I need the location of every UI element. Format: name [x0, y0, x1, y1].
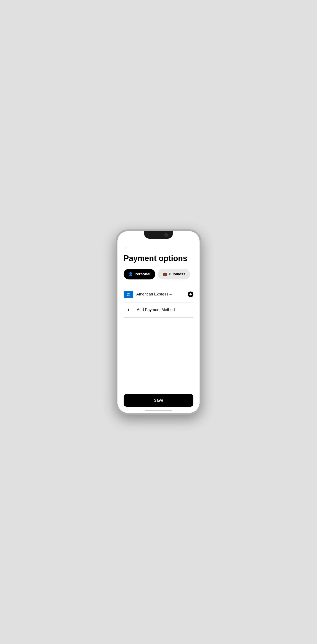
content-area: ← Payment options 👤 Personal 💼 Business … [117, 242, 200, 391]
tab-business-label: Business [169, 272, 185, 276]
amex-partial: – [169, 292, 172, 296]
add-payment-button[interactable]: + Add Payment Method [124, 302, 193, 318]
tab-personal-label: Personal [135, 272, 150, 276]
bottom-bar: Save [117, 391, 200, 413]
add-icon: + [124, 307, 133, 313]
amex-radio-selected[interactable] [188, 292, 193, 297]
phone-notch [144, 231, 173, 239]
save-button[interactable]: Save [124, 394, 193, 407]
phone-screen: ← Payment options 👤 Personal 💼 Business … [117, 231, 200, 413]
amex-logo-text: AMEX [127, 292, 130, 296]
personal-icon: 👤 [128, 272, 133, 276]
amex-card-name: American Express – [136, 292, 188, 296]
phone-frame: ← Payment options 👤 Personal 💼 Business … [116, 230, 201, 414]
business-icon: 💼 [163, 272, 167, 276]
home-indicator [145, 410, 172, 411]
back-button[interactable]: ← [124, 245, 193, 250]
tab-group: 👤 Personal 💼 Business [124, 269, 193, 280]
tab-personal[interactable]: 👤 Personal [124, 269, 155, 280]
payment-item-amex[interactable]: AMEX American Express – [124, 286, 193, 302]
page-title: Payment options [124, 254, 193, 263]
amex-logo: AMEX [124, 291, 133, 298]
tab-business[interactable]: 💼 Business [158, 269, 190, 280]
spacer [124, 338, 193, 391]
radio-inner-dot [189, 293, 192, 296]
back-arrow-icon: ← [124, 245, 128, 250]
payment-list: AMEX American Express – + Add Payment Me… [124, 286, 193, 339]
amex-brand-name: American Express [136, 292, 168, 296]
add-payment-label: Add Payment Method [137, 308, 175, 312]
